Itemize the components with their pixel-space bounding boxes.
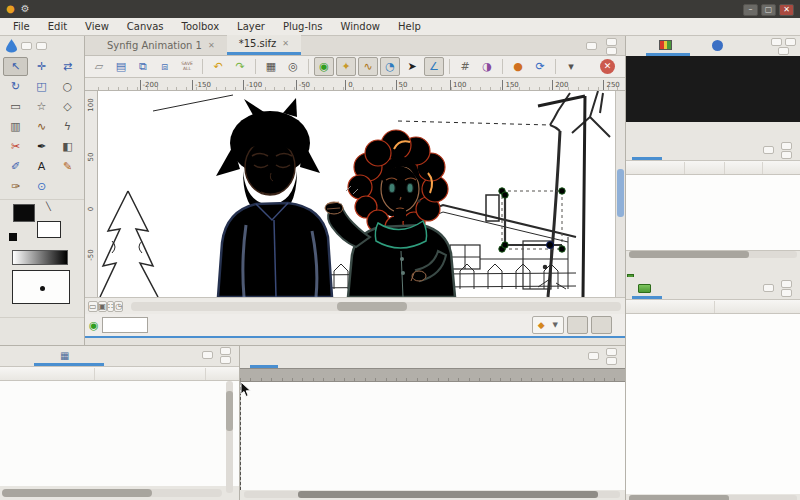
- pane-grip[interactable]: [781, 289, 792, 297]
- skeleton-tool[interactable]: ϟ: [55, 117, 80, 136]
- document-tab-0[interactable]: Synfig Animation 1✕: [95, 35, 227, 55]
- polygon-tool[interactable]: ◇: [55, 97, 80, 116]
- fill-tool[interactable]: ◧: [55, 137, 80, 156]
- save-button[interactable]: ▤: [111, 57, 131, 76]
- palette-tab-icon[interactable]: [659, 40, 672, 50]
- transform-tool[interactable]: ↖: [3, 57, 28, 76]
- pane-grip[interactable]: [785, 38, 796, 46]
- canvas[interactable]: [98, 91, 615, 297]
- outline-color-swatch[interactable]: [9, 233, 17, 241]
- mirror-tool[interactable]: ⇄: [55, 57, 80, 76]
- canvas-vertical-scrollbar[interactable]: [615, 91, 625, 297]
- star-tool[interactable]: ☆: [29, 97, 54, 116]
- pane-grip[interactable]: [220, 347, 231, 355]
- more-dropdown[interactable]: ▾: [561, 57, 581, 76]
- toggle-rulers-button[interactable]: ▣: [98, 301, 108, 312]
- circle-tool[interactable]: ○: [55, 77, 80, 96]
- interpolation-dropdown[interactable]: ◆ ▼: [532, 316, 564, 334]
- spline-nodes-toggle[interactable]: ∿: [358, 57, 378, 76]
- document-tab-1[interactable]: *15.sifz✕: [227, 35, 301, 55]
- scrollbar-thumb[interactable]: [337, 302, 407, 311]
- pane-grip[interactable]: [781, 142, 792, 150]
- spline-tool[interactable]: ∿: [29, 117, 54, 136]
- menu-canvas[interactable]: Canvas: [118, 18, 173, 35]
- pane-grip[interactable]: [763, 146, 774, 154]
- render-button[interactable]: ▦: [261, 57, 281, 76]
- canvas-horizontal-scrollbar[interactable]: [131, 302, 621, 311]
- text-tool[interactable]: A: [29, 157, 54, 176]
- scrollbar-thumb[interactable]: [617, 169, 624, 217]
- eyedrop-tool[interactable]: ✐: [3, 157, 28, 176]
- menu-layer[interactable]: Layer: [228, 18, 274, 35]
- menu-view[interactable]: View: [76, 18, 118, 35]
- refresh-button[interactable]: ⟳: [530, 57, 550, 76]
- new-document-button[interactable]: ▱: [89, 57, 109, 76]
- menu-file[interactable]: File: [4, 18, 39, 35]
- scrollbar-thumb[interactable]: [226, 391, 233, 431]
- menu-edit[interactable]: Edit: [39, 18, 76, 35]
- render-progress-icon[interactable]: ◉: [89, 319, 99, 332]
- pane-grip[interactable]: [588, 352, 599, 360]
- menu-help[interactable]: Help: [389, 18, 430, 35]
- parameters-tab-icon[interactable]: ▦: [60, 350, 69, 361]
- grid-button[interactable]: #: [455, 57, 475, 76]
- zoom-tool[interactable]: ⊙: [29, 177, 54, 196]
- redo-button[interactable]: ↷: [230, 57, 250, 76]
- horizontal-ruler[interactable]: -200-150-100-50050100150200250: [85, 78, 625, 91]
- scrollbar-thumb[interactable]: [629, 495, 729, 500]
- pane-grip[interactable]: [606, 47, 617, 55]
- background-button[interactable]: ●: [508, 57, 528, 76]
- keyframes-horizontal-scrollbar[interactable]: [629, 251, 797, 258]
- sketch-tool[interactable]: ✎: [55, 157, 80, 176]
- current-time-input[interactable]: [102, 317, 148, 333]
- menu-toolbox[interactable]: Toolbox: [173, 18, 229, 35]
- animate-mode-toggle[interactable]: ◔: [380, 57, 400, 76]
- smooth-move-tool[interactable]: ✛: [29, 57, 54, 76]
- menu-plugins[interactable]: Plug-Ins: [274, 18, 332, 35]
- parameters-vertical-scrollbar[interactable]: [226, 381, 233, 493]
- pane-grip[interactable]: [771, 38, 782, 46]
- import-button[interactable]: ⧈: [155, 57, 175, 76]
- foreground-color-swatch[interactable]: [13, 204, 35, 222]
- stop-render-button[interactable]: ✕: [600, 59, 615, 74]
- pane-grip[interactable]: [606, 357, 617, 365]
- menu-window[interactable]: Window: [332, 18, 389, 35]
- pane-grip[interactable]: [763, 284, 774, 292]
- background-color-swatch[interactable]: [37, 221, 61, 238]
- draw-tool[interactable]: ✒: [29, 137, 54, 156]
- pane-grip[interactable]: [202, 351, 213, 359]
- tab-close-icon[interactable]: ✕: [208, 41, 215, 50]
- pane-grip[interactable]: [220, 356, 231, 364]
- cutout-tool[interactable]: ✂: [3, 137, 28, 156]
- pane-grip[interactable]: [21, 42, 32, 50]
- onion-skin-past-button[interactable]: [567, 316, 588, 334]
- scale-tool[interactable]: ◰: [29, 77, 54, 96]
- scrollbar-thumb[interactable]: [2, 489, 152, 497]
- angle-toggle[interactable]: ∠: [424, 57, 444, 76]
- pane-grip[interactable]: [781, 151, 792, 159]
- preview-button[interactable]: ◎: [283, 57, 303, 76]
- animate-pen-icon[interactable]: [154, 316, 172, 334]
- keyframe-lock-past-toggle[interactable]: ✦: [336, 57, 356, 76]
- pane-grip[interactable]: [606, 348, 617, 356]
- close-button[interactable]: ✕: [779, 4, 794, 16]
- gradient-tool[interactable]: ▥: [3, 117, 28, 136]
- pane-grip[interactable]: [36, 42, 47, 50]
- info-icon[interactable]: [712, 40, 723, 51]
- tab-close-icon[interactable]: ✕: [282, 39, 289, 48]
- scrollbar-thumb[interactable]: [629, 251, 749, 258]
- timetrack-area[interactable]: [240, 382, 625, 490]
- save-all-button[interactable]: SAVE ALL: [177, 57, 197, 76]
- rectangle-tool[interactable]: ▭: [3, 97, 28, 116]
- canvas-menu-button[interactable]: ▭: [88, 301, 98, 312]
- layers-horizontal-scrollbar[interactable]: [629, 495, 797, 500]
- timebar[interactable]: [240, 368, 625, 382]
- vertical-ruler[interactable]: 100500-50: [85, 91, 98, 297]
- refresh-canvas-button[interactable]: ◷: [114, 301, 123, 312]
- minimize-button[interactable]: –: [743, 4, 758, 16]
- pane-grip[interactable]: [778, 47, 789, 55]
- rotate-tool[interactable]: ↻: [3, 77, 28, 96]
- gradient-preview[interactable]: [12, 250, 68, 265]
- save-as-button[interactable]: ⧉: [133, 57, 153, 76]
- undo-button[interactable]: ↶: [208, 57, 228, 76]
